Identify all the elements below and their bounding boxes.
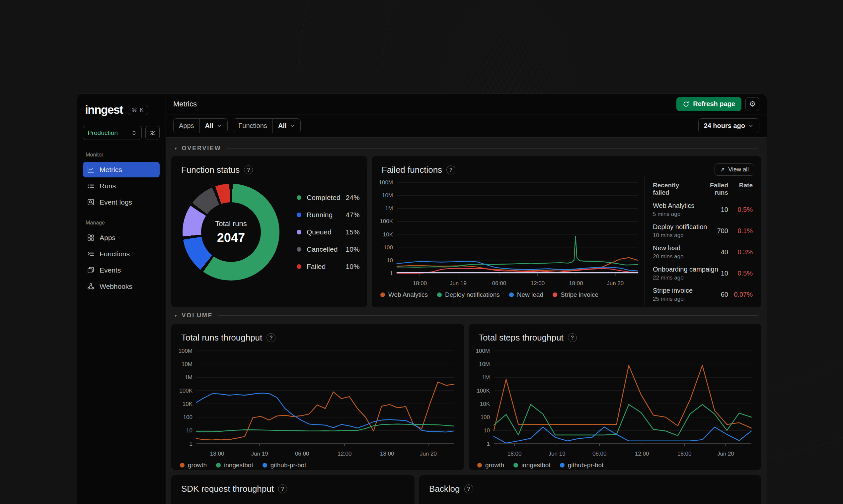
legend-item: Cancelled 10% bbox=[297, 241, 360, 258]
settings-button[interactable]: ⚙ bbox=[745, 97, 759, 111]
function-status-card: Function status ? Total runs 2047 bbox=[171, 156, 367, 307]
sidebar-section-manage: Manage bbox=[86, 220, 157, 226]
table-row[interactable]: Stripe invoice25 mins ago 60 0.07% bbox=[653, 287, 753, 302]
legend-item[interactable]: New lead bbox=[509, 291, 543, 299]
sidebar-section-monitor: Monitor bbox=[86, 152, 157, 158]
svg-text:Jun 20: Jun 20 bbox=[607, 280, 624, 287]
help-icon[interactable]: ? bbox=[568, 333, 577, 342]
card-title: SDK request throughput bbox=[181, 484, 274, 494]
donut-center-value: 2047 bbox=[217, 231, 245, 245]
help-icon[interactable]: ? bbox=[278, 484, 287, 493]
environment-filter-button[interactable] bbox=[145, 126, 160, 140]
table-row[interactable]: Onboarding campaign22 mins ago 10 0.5% bbox=[653, 266, 753, 281]
table-row[interactable]: New lead20 mins ago 40 0.3% bbox=[653, 245, 753, 260]
apps-filter-label: Apps bbox=[174, 119, 200, 133]
sidebar-item-metrics[interactable]: Metrics bbox=[83, 162, 160, 177]
sidebar-item-event-logs[interactable]: Event logs bbox=[83, 194, 160, 210]
card-title: Backlog bbox=[429, 484, 460, 494]
total-steps-throughput-chart: 11010010K100K1M10M100M18:00Jun 1906:0012… bbox=[472, 347, 757, 458]
legend-dot bbox=[560, 463, 565, 468]
svg-text:1: 1 bbox=[390, 270, 393, 276]
legend-item: Running 47% bbox=[297, 206, 360, 223]
doc-search-icon bbox=[87, 198, 95, 206]
divider bbox=[226, 148, 758, 148]
legend-dot bbox=[553, 292, 557, 297]
sidebar-item-label: Event logs bbox=[100, 198, 132, 206]
legend-dot bbox=[297, 213, 302, 217]
chevron-down-icon bbox=[748, 123, 754, 129]
function-status-donut-chart: Total runs 2047 bbox=[183, 184, 279, 281]
help-icon[interactable]: ? bbox=[244, 165, 253, 175]
overview-section-header[interactable]: ▾ OVERVIEW bbox=[171, 140, 761, 156]
legend-dot bbox=[509, 292, 514, 297]
failed-functions-card: Failed functions ? ↗ View all 11010010K1… bbox=[372, 156, 761, 307]
legend-item[interactable]: inngestbot bbox=[513, 462, 551, 469]
svg-text:12:00: 12:00 bbox=[635, 451, 649, 457]
legend-item[interactable]: growth bbox=[180, 462, 207, 469]
legend-item[interactable]: inngestbot bbox=[216, 462, 253, 469]
sidebar-item-label: Events bbox=[100, 266, 121, 274]
time-range-select[interactable]: 24 hours ago bbox=[698, 119, 759, 133]
sidebar-item-label: Runs bbox=[100, 182, 116, 190]
refresh-page-button[interactable]: Refresh page bbox=[676, 97, 741, 111]
function-list-icon bbox=[87, 250, 95, 258]
legend-dot bbox=[216, 463, 221, 468]
volume-section-header[interactable]: ▾ VOLUME bbox=[171, 307, 761, 323]
svg-text:100M: 100M bbox=[178, 348, 192, 354]
svg-text:1M: 1M bbox=[385, 205, 393, 212]
sidebar-item-apps[interactable]: Apps bbox=[83, 230, 160, 245]
legend-item[interactable]: github-pr-bot bbox=[262, 462, 306, 469]
sidebar-item-events[interactable]: Events bbox=[83, 262, 160, 278]
help-icon[interactable]: ? bbox=[266, 333, 275, 342]
help-icon[interactable]: ? bbox=[464, 484, 473, 493]
table-row[interactable]: Web Analytics5 mins ago 10 0.5% bbox=[653, 202, 753, 217]
view-all-button[interactable]: ↗ View all bbox=[715, 163, 754, 176]
svg-text:100: 100 bbox=[183, 414, 192, 420]
table-row[interactable]: Deploy notification10 mins ago 700 0.1% bbox=[653, 223, 753, 239]
sidebar-item-label: Metrics bbox=[100, 166, 122, 174]
legend-dot bbox=[477, 463, 482, 468]
top-bar: Metrics Refresh page ⚙ bbox=[166, 94, 767, 114]
svg-text:12:00: 12:00 bbox=[338, 451, 352, 457]
sidebar-item-label: Webhooks bbox=[100, 283, 133, 290]
svg-text:100K: 100K bbox=[380, 218, 393, 224]
svg-text:10: 10 bbox=[386, 257, 393, 264]
card-title: Total runs throughput bbox=[181, 332, 262, 343]
svg-text:10M: 10M bbox=[382, 192, 393, 199]
functions-filter[interactable]: Functions All bbox=[233, 119, 301, 133]
help-icon[interactable]: ? bbox=[446, 165, 455, 175]
command-k-shortcut[interactable]: ⌘ K bbox=[128, 105, 148, 115]
svg-text:10K: 10K bbox=[183, 401, 193, 407]
svg-text:10M: 10M bbox=[479, 361, 490, 367]
sidebar-item-functions[interactable]: Functions bbox=[83, 246, 160, 262]
svg-text:Jun 19: Jun 19 bbox=[251, 451, 268, 457]
legend-item: Completed 24% bbox=[297, 189, 360, 206]
legend-item[interactable]: growth bbox=[477, 462, 504, 469]
legend-item[interactable]: github-pr-bot bbox=[560, 462, 604, 469]
failed-functions-chart-legend: Web AnalyticsDeploy notificationsNew lea… bbox=[376, 288, 643, 307]
svg-text:1: 1 bbox=[190, 441, 192, 447]
sliders-icon bbox=[149, 129, 156, 137]
legend-item[interactable]: Stripe invoice bbox=[553, 291, 598, 299]
svg-text:12:00: 12:00 bbox=[531, 280, 545, 287]
sidebar-item-runs[interactable]: Runs bbox=[83, 178, 160, 194]
svg-text:100M: 100M bbox=[379, 179, 393, 186]
legend-item: Failed 10% bbox=[297, 258, 360, 275]
legend-item[interactable]: Deploy notifications bbox=[437, 291, 500, 299]
svg-text:10: 10 bbox=[186, 427, 192, 434]
page-title: Metrics bbox=[173, 100, 197, 108]
sdk-request-throughput-card: SDK request throughput ? bbox=[171, 475, 414, 504]
nodes-icon bbox=[87, 282, 95, 290]
svg-text:10K: 10K bbox=[383, 231, 393, 238]
svg-text:Jun 20: Jun 20 bbox=[717, 451, 734, 457]
apps-filter[interactable]: Apps All bbox=[173, 119, 228, 133]
svg-text:Jun 19: Jun 19 bbox=[549, 451, 566, 457]
legend-item[interactable]: Web Analytics bbox=[380, 291, 428, 299]
environment-select[interactable]: Production bbox=[83, 126, 142, 140]
sidebar-item-label: Functions bbox=[100, 250, 130, 258]
legend-dot bbox=[297, 247, 302, 252]
sidebar-item-webhooks[interactable]: Webhooks bbox=[83, 278, 160, 294]
svg-text:100K: 100K bbox=[477, 388, 490, 394]
legend-dot bbox=[297, 230, 302, 234]
legend-dot bbox=[297, 264, 302, 269]
